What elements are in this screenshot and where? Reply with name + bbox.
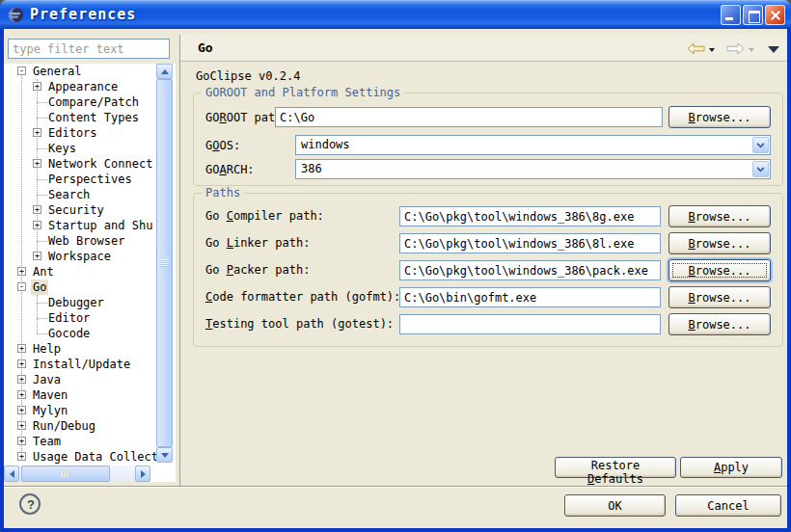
cancel-button[interactable]: Cancel (675, 494, 781, 517)
tree-expander-icon[interactable]: + (33, 221, 41, 229)
tree-item-label[interactable]: Network Connect (46, 156, 154, 172)
tree-item-label[interactable]: Java (31, 372, 63, 387)
apply-button[interactable]: Apply (680, 457, 782, 478)
browse-button[interactable]: Browse... (668, 286, 771, 308)
tree-item[interactable]: + Usage Data Collect (4, 449, 159, 465)
scroll-up-button[interactable] (156, 64, 173, 79)
tree-item-label[interactable]: Go (31, 279, 48, 295)
forward-history-caret-icon[interactable] (749, 48, 754, 52)
maximize-button[interactable] (743, 5, 763, 25)
tree-expander-icon[interactable]: + (33, 252, 41, 260)
tree-item[interactable]: Keys (4, 141, 159, 156)
tree-item[interactable]: Content Types (4, 110, 159, 125)
back-icon[interactable] (687, 42, 705, 55)
tree-item-label[interactable]: Startup and Shu (46, 218, 154, 233)
scroll-left-button[interactable] (4, 466, 19, 482)
tree-item[interactable]: + Install/Update (4, 357, 159, 372)
tree-item[interactable]: + Network Connect (4, 156, 159, 172)
tree-item-label[interactable]: Install/Update (31, 357, 132, 372)
tree-item-label[interactable]: Keys (46, 141, 78, 156)
tree-item[interactable]: + Run/Debug (4, 418, 159, 434)
tree-item-label[interactable]: Maven (31, 387, 69, 403)
tree-expander-icon[interactable]: + (17, 267, 26, 276)
tree-expander-icon[interactable]: + (17, 375, 26, 384)
view-menu-icon[interactable] (768, 46, 779, 53)
vertical-scroll-thumb[interactable] (156, 79, 173, 447)
ok-button[interactable]: OK (564, 494, 666, 517)
scroll-right-button[interactable] (135, 466, 150, 482)
tree-item-label[interactable]: Content Types (46, 110, 141, 125)
tree-item[interactable]: Editor (4, 310, 159, 326)
tree-vertical-scrollbar[interactable] (156, 64, 173, 463)
tree-item[interactable]: + Java (4, 372, 159, 387)
goroot-browse-button[interactable]: Browse... (668, 106, 771, 128)
tree-item-label[interactable]: Run/Debug (31, 418, 97, 434)
tree-item-label[interactable]: Workspace (46, 249, 113, 264)
path-input[interactable] (399, 260, 661, 280)
tree-item[interactable]: Gocode (4, 326, 159, 341)
tree-item-label[interactable]: Usage Data Collect (31, 449, 160, 465)
tree-item[interactable]: - General (4, 64, 159, 79)
tree-item-label[interactable]: Help (31, 341, 63, 357)
titlebar[interactable]: Preferences (0, 0, 791, 29)
path-input[interactable] (399, 287, 661, 307)
minimize-button[interactable] (721, 5, 741, 25)
tree-expander-icon[interactable]: + (17, 452, 26, 461)
tree-item-label[interactable]: Mylyn (31, 403, 69, 418)
tree-item-label[interactable]: Security (46, 202, 106, 218)
tree-item[interactable]: Debugger (4, 295, 159, 310)
panel-divider[interactable] (179, 35, 180, 486)
horizontal-scroll-thumb[interactable] (21, 466, 110, 482)
close-button[interactable] (765, 5, 785, 25)
tree-expander-icon[interactable]: + (33, 205, 41, 214)
tree-expander-icon[interactable]: + (33, 82, 41, 91)
tree-expander-icon[interactable]: + (17, 437, 26, 445)
tree-item[interactable]: Search (4, 187, 159, 202)
path-input[interactable] (399, 314, 661, 334)
goarch-combobox[interactable]: 386 (295, 159, 771, 179)
tree-item[interactable]: + Appearance (4, 79, 159, 94)
tree-item[interactable]: Web Browser (4, 233, 159, 249)
browse-button[interactable]: Browse... (668, 205, 771, 227)
tree-item-label[interactable]: Search (46, 187, 92, 202)
tree-expander-icon[interactable]: + (17, 390, 26, 399)
browse-button[interactable]: Browse... (668, 259, 771, 281)
path-input[interactable] (399, 233, 661, 253)
path-input[interactable] (399, 206, 661, 226)
tree-item-label[interactable]: Debugger (46, 295, 106, 310)
tree-item[interactable]: + Workspace (4, 249, 159, 264)
tree-expander-icon[interactable]: + (33, 128, 41, 137)
dropdown-arrow-icon[interactable] (752, 161, 769, 177)
tree-item[interactable]: + Team (4, 434, 159, 449)
tree-item[interactable]: - Go (4, 279, 159, 295)
tree-item[interactable]: + Help (4, 341, 159, 357)
filter-input[interactable] (8, 39, 170, 59)
browse-button[interactable]: Browse... (668, 313, 771, 335)
forward-icon[interactable] (726, 42, 745, 55)
tree-horizontal-scrollbar[interactable] (4, 466, 150, 482)
goroot-path-input[interactable] (275, 107, 663, 127)
tree-item[interactable]: + Mylyn (4, 403, 159, 418)
tree-item-label[interactable]: General (31, 64, 84, 79)
tree-item[interactable]: + Ant (4, 264, 159, 279)
browse-button[interactable]: Browse... (668, 232, 771, 254)
tree-item[interactable]: Perspectives (4, 172, 159, 187)
tree-expander-icon[interactable]: + (17, 421, 26, 430)
tree-expander-icon[interactable]: + (17, 406, 26, 414)
tree-item[interactable]: + Maven (4, 387, 159, 403)
tree-item-label[interactable]: Gocode (46, 326, 92, 341)
tree-item[interactable]: Compare/Patch (4, 94, 159, 110)
tree-item[interactable]: + Startup and Shu (4, 218, 159, 233)
tree-item-label[interactable]: Team (31, 434, 63, 449)
tree-item[interactable]: + Editors (4, 125, 159, 141)
scroll-down-button[interactable] (156, 447, 173, 463)
tree-expander-icon[interactable]: + (17, 359, 26, 368)
goos-combobox[interactable]: windows (295, 135, 771, 155)
tree-item[interactable]: + Security (4, 202, 159, 218)
tree-item-label[interactable]: Ant (31, 264, 56, 279)
restore-defaults-button[interactable]: Restore Defaults (555, 457, 676, 478)
back-history-caret-icon[interactable] (709, 48, 715, 52)
tree-item-label[interactable]: Appearance (46, 79, 120, 94)
tree-item-label[interactable]: Editor (46, 310, 92, 326)
help-button[interactable]: ? (19, 493, 41, 515)
